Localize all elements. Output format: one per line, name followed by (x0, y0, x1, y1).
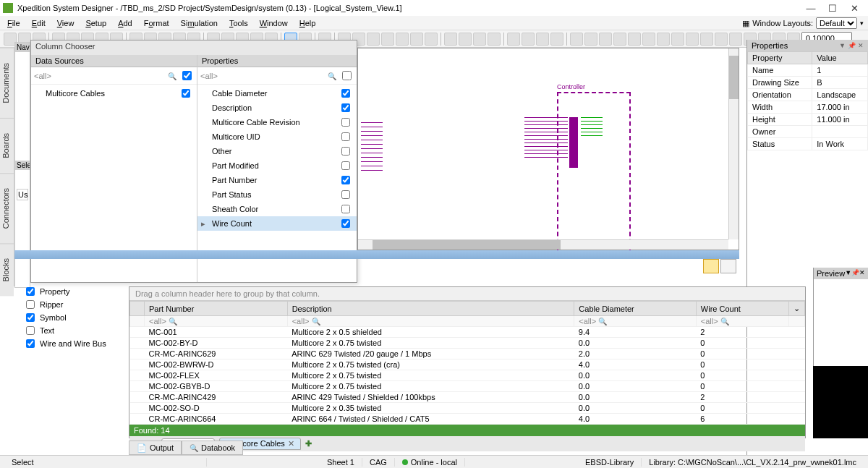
menu-window[interactable]: Window (255, 17, 292, 29)
toolbar-button[interactable] (642, 33, 655, 46)
property-row[interactable]: Drawing SizeB (748, 77, 868, 89)
canvas-scrollbar-h[interactable] (358, 239, 728, 250)
toolbar-button[interactable] (507, 33, 520, 46)
grid-filter-wc[interactable]: <all> (701, 317, 718, 326)
search-icon[interactable] (312, 317, 320, 326)
toolbar-button[interactable] (671, 33, 684, 46)
table-row[interactable]: CR-MC-ARINC629ARINC 629 Twisted /20 gaug… (130, 349, 805, 359)
menu-simulation[interactable]: Simulation (176, 17, 222, 29)
layouts-dropdown-icon[interactable]: ▾ (860, 20, 864, 27)
close-icon[interactable]: ✕ (288, 439, 294, 448)
prop-item[interactable]: Multicore Cable Revision (197, 115, 357, 129)
prop-checkbox[interactable] (341, 176, 350, 184)
search-icon[interactable] (328, 72, 336, 80)
left-tab-blocks[interactable]: Blocks (0, 243, 14, 296)
menu-setup[interactable]: Setup (81, 17, 111, 29)
prop-header-value[interactable]: Value (812, 52, 868, 64)
grid-filter-cd[interactable]: <all> (579, 317, 596, 326)
prop-item[interactable]: Part Modified (197, 158, 357, 173)
schematic-canvas[interactable]: Controller (357, 48, 739, 250)
view-mode-button-2[interactable] (720, 259, 736, 273)
connector-block[interactable] (569, 117, 578, 168)
toolbar-button[interactable] (729, 33, 742, 46)
ds-item[interactable]: Multicore Cables (31, 86, 197, 101)
toolbar-button[interactable] (425, 33, 438, 46)
ds-checkbox[interactable] (182, 89, 190, 98)
ds-filter-text[interactable]: <all> (34, 72, 165, 80)
menu-edit[interactable]: Edit (27, 17, 50, 29)
toolbar-button[interactable] (367, 33, 380, 46)
filter-checkbox[interactable] (26, 326, 35, 335)
prop-item[interactable]: Cable Diameter (197, 86, 357, 101)
panel-dropdown-icon[interactable]: ▼ (839, 42, 846, 49)
grid-row-selector-header[interactable] (130, 302, 145, 316)
table-row[interactable]: CR-MC-ARINC429ARINC 429 Twisted / Shield… (130, 392, 805, 403)
prop-header-property[interactable]: Property (748, 52, 812, 64)
prop-checkbox[interactable] (341, 147, 350, 156)
preview-close-icon[interactable]: ✕ (859, 269, 865, 278)
left-tab-boards[interactable]: Boards (0, 118, 14, 173)
prop-all-checkbox[interactable] (342, 71, 352, 80)
prop-item[interactable]: Wire Count (197, 216, 357, 231)
toolbar-button[interactable] (381, 33, 394, 46)
grid-header-wire-count[interactable]: Wire Count (696, 302, 788, 316)
filter-check[interactable]: Wire and Wire Bus (22, 337, 129, 350)
prop-checkbox[interactable] (341, 118, 350, 127)
toolbar-button[interactable] (628, 33, 641, 46)
mid-splitter[interactable] (14, 250, 739, 259)
menu-add[interactable]: Add (114, 17, 137, 29)
prop-item[interactable]: Other (197, 144, 357, 158)
table-row[interactable]: MC-002-SO-DMulticore 2 x 0.35 twisted0.0… (130, 403, 805, 414)
minimize-button[interactable]: — (800, 3, 822, 14)
filter-check[interactable]: Text (22, 324, 129, 337)
property-row[interactable]: Width17.000 in (748, 101, 868, 114)
prop-item[interactable]: Multicore UID (197, 129, 357, 144)
toolbar-button[interactable] (522, 33, 535, 46)
property-row[interactable]: OrientationLandscape (748, 89, 868, 101)
prop-item[interactable]: Part Number (197, 173, 357, 187)
search-icon[interactable] (720, 317, 729, 326)
prop-checkbox[interactable] (341, 103, 350, 112)
bottom-tab-databook[interactable]: Databook (182, 441, 243, 455)
property-row[interactable]: StatusIn Work (748, 138, 868, 150)
view-mode-button-1[interactable] (703, 259, 719, 273)
menu-help[interactable]: Help (295, 17, 320, 29)
prop-filter-text[interactable]: <all> (200, 72, 325, 80)
toolbar-button[interactable] (550, 33, 563, 46)
toolbar-button[interactable] (444, 33, 457, 46)
grid-expand-icon[interactable]: ⌄ (789, 302, 805, 316)
menu-format[interactable]: Format (140, 17, 174, 29)
search-icon[interactable] (169, 317, 177, 326)
search-icon[interactable] (598, 317, 607, 326)
toolbar-button[interactable] (584, 33, 597, 46)
filter-checkbox[interactable] (26, 287, 35, 296)
toolbar-button[interactable] (473, 33, 486, 46)
maximize-button[interactable]: ☐ (822, 3, 843, 14)
filter-checkbox[interactable] (26, 339, 35, 348)
toolbar-button[interactable] (700, 33, 713, 46)
layouts-select[interactable]: Default (816, 17, 857, 29)
toolbar-button[interactable] (613, 33, 626, 46)
table-row[interactable]: CR-MC-ARINC664ARINC 664 / Twisted / Shie… (130, 414, 805, 425)
table-row[interactable]: MC-002-BY-DMulticore 2 x 0.75 twisted0.0… (130, 338, 805, 349)
grid-group-hint[interactable]: Drag a column header here to group by th… (129, 287, 805, 301)
left-tab-documents[interactable]: Documents (0, 48, 14, 118)
toolbar-button[interactable] (686, 33, 699, 46)
grid-header-cable-diameter[interactable]: Cable Diameter (574, 302, 696, 316)
menu-view[interactable]: View (53, 17, 79, 29)
filter-checkbox[interactable] (26, 300, 35, 309)
grid-add-tab[interactable]: ✚ (305, 439, 312, 448)
table-row[interactable]: MC-001Multicore 2 x 0.5 shielded9.42 (130, 327, 805, 338)
panel-pin-icon[interactable]: 📌 (848, 42, 856, 49)
canvas-scrollbar-v[interactable] (728, 48, 739, 239)
toolbar-button[interactable] (536, 33, 549, 46)
grid-filter-desc[interactable]: <all> (292, 317, 310, 326)
preview-dropdown-icon[interactable]: ▼ (845, 269, 851, 278)
close-button[interactable]: ✕ (843, 3, 865, 14)
toolbar-button[interactable] (488, 33, 501, 46)
property-row[interactable]: Name1 (748, 64, 868, 77)
grid-filter-pn[interactable]: <all> (149, 317, 166, 326)
toolbar-button[interactable] (715, 33, 728, 46)
toolbar-button[interactable] (459, 33, 472, 46)
toolbar-button[interactable] (396, 33, 409, 46)
